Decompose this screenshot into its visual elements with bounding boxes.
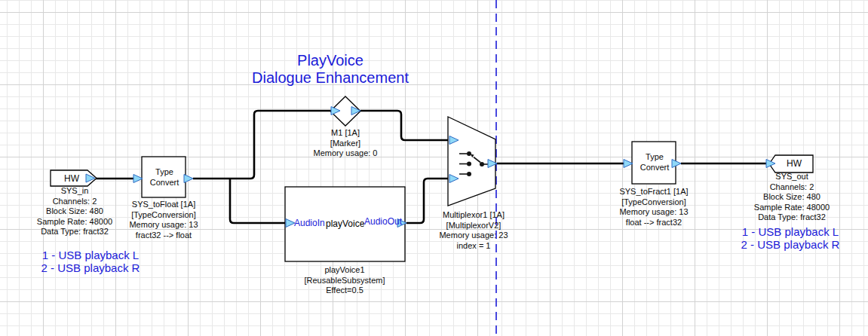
multiplexor-info: Memory usage: 23 <box>439 231 508 241</box>
typeconvert1-info-label: SYS_toFloat [1A] [TypeConversion] Memory… <box>129 200 198 240</box>
playvoice-info: Effect=0.5 <box>305 286 385 296</box>
sysin-hw-label: HW <box>64 173 79 184</box>
typeconvert1-line2: Convert <box>150 178 179 188</box>
sysout-prop: Data Type: fract32 <box>754 212 830 223</box>
typeconvert1-info: [TypeConversion] <box>129 210 198 221</box>
sysin-channel-list: 1 - USB playback L 2 - USB playback R <box>41 249 140 274</box>
typeconvert2-output-port-icon[interactable] <box>672 160 681 168</box>
playvoice-audioout-label: AudioOut <box>364 216 402 227</box>
marker-info: [Marker] <box>314 139 378 149</box>
typeconvert1-output-port-icon[interactable] <box>184 175 193 183</box>
typeconvert2-info: Memory usage: 13 <box>619 207 688 218</box>
sysout-name: SYS_out <box>754 172 830 182</box>
sysout-prop: Sample Rate: 48000 <box>754 203 830 213</box>
diagram-title-line2: Dialogue Enhancement <box>252 69 409 87</box>
typeconvert2-line2: Convert <box>640 163 670 173</box>
sysout-info-label: SYS_out Channels: 2 Block Size: 480 Samp… <box>754 172 830 223</box>
sysout-prop: Block Size: 480 <box>754 192 830 203</box>
playvoice-info: [ReusableSubsystem] <box>305 276 385 286</box>
diagram-shapes-layer <box>0 0 868 336</box>
multiplexor-info: index = 1 <box>439 241 508 252</box>
marker-info: M1 [1A] <box>314 128 378 139</box>
sysout-channel-list: 1 - USB playback L 2 - USB playback R <box>741 225 840 251</box>
typeconvert1-info: fract32 --> float <box>129 231 198 241</box>
playvoice-info-label: playVoice1 [ReusableSubsystem] Effect=0.… <box>305 265 385 296</box>
diagram-title: PlayVoice Dialogue Enhancement <box>252 52 409 87</box>
typeconvert2-inner-label: Type Convert <box>640 152 670 173</box>
typeconvert1-inner-label: Type Convert <box>150 167 179 188</box>
sysout-channel: 1 - USB playback L <box>741 225 840 238</box>
playvoice-audioin-label: AudioIn <box>294 218 325 228</box>
typeconvert1-line1: Type <box>150 167 179 178</box>
multiplexor-info: Multiplexor1 [1A] <box>439 210 508 221</box>
playvoice-inner-label: playVoice <box>326 218 364 229</box>
sysout-hw-label: HW <box>787 158 802 169</box>
sysin-prop: Channels: 2 <box>37 197 112 207</box>
typeconvert2-info-label: SYS_toFract1 [1A] [TypeConversion] Memor… <box>619 187 688 228</box>
sysin-prop: Block Size: 480 <box>37 206 112 217</box>
sysin-prop: Sample Rate: 48000 <box>37 217 112 228</box>
sysin-name: SYS_in <box>37 186 112 197</box>
sysin-prop: Data Type: fract32 <box>37 227 112 237</box>
multiplexor-info-label: Multiplexor1 [1A] [MultiplexorV2] Memory… <box>439 210 508 251</box>
marker-info-label: M1 [1A] [Marker] Memory usage: 0 <box>314 128 378 159</box>
typeconvert2-info: SYS_toFract1 [1A] <box>619 187 688 197</box>
wire-branch-to-playvoice[interactable] <box>230 179 286 223</box>
schematic-canvas[interactable]: PlayVoice Dialogue Enhancement HW SYS_in… <box>0 0 868 336</box>
diagram-title-line1: PlayVoice <box>252 52 409 69</box>
typeconvert2-line1: Type <box>640 152 670 163</box>
marker-info: Memory usage: 0 <box>314 148 378 159</box>
sysin-info-label: SYS_in Channels: 2 Block Size: 480 Sampl… <box>37 186 112 237</box>
typeconvert2-input-port-icon[interactable] <box>624 160 633 168</box>
playvoice-info: playVoice1 <box>305 265 385 276</box>
typeconvert2-info: float --> fract32 <box>619 218 688 228</box>
sysin-channel: 2 - USB playback R <box>41 261 140 274</box>
multiplexor-info: [MultiplexorV2] <box>439 221 508 231</box>
typeconvert1-info: Memory usage: 13 <box>129 220 198 231</box>
sysout-channel: 2 - USB playback R <box>741 238 840 251</box>
typeconvert1-input-port-icon[interactable] <box>133 175 143 183</box>
sysout-prop: Channels: 2 <box>754 182 830 193</box>
typeconvert2-info: [TypeConversion] <box>619 197 688 208</box>
sysin-channel: 1 - USB playback L <box>41 249 140 261</box>
wire-typeconvert-to-marker[interactable] <box>193 111 331 179</box>
typeconvert1-info: SYS_toFloat [1A] <box>129 200 198 210</box>
